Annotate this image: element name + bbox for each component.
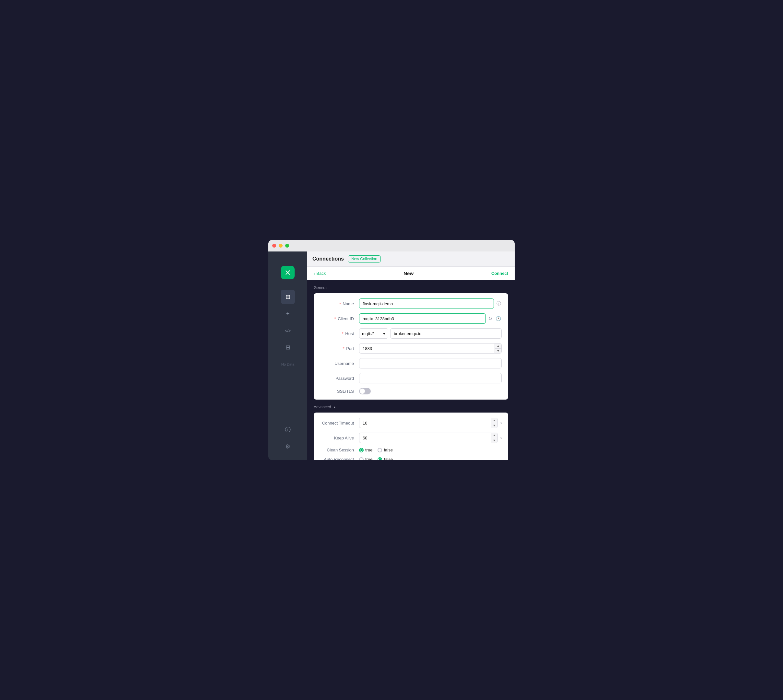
password-row: Password (320, 373, 502, 383)
settings-icon: ⚙ (285, 443, 290, 450)
clean-session-radio-group: true false (359, 448, 393, 452)
general-card: * Name ⓘ * (314, 293, 508, 400)
form-header: ‹ Back New Connect (307, 267, 515, 280)
code-icon: </> (285, 328, 291, 333)
sidebar-nav: ⊞ + </> ⊟ No Data (281, 287, 295, 423)
keep-alive-spinner[interactable]: ▲ ▼ (491, 433, 498, 443)
data-icon: ⊟ (285, 344, 290, 351)
keep-alive-row: Keep Alive ▲ ▼ s (320, 433, 502, 443)
port-row: * Port ▲ ▼ (320, 343, 502, 353)
auto-reconnect-radio-group: true false (359, 457, 393, 460)
username-label: Username (320, 361, 359, 366)
username-row: Username (320, 358, 502, 368)
connections-title: Connections (312, 256, 344, 262)
clean-session-row: Clean Session true false (320, 448, 502, 452)
ssl-row: SSL/TLS (320, 388, 502, 394)
name-info-icon[interactable]: ⓘ (496, 300, 502, 307)
port-label: * Port (320, 346, 359, 351)
titlebar (268, 240, 515, 252)
clean-session-true-radio[interactable] (359, 448, 364, 452)
general-section-label: General (314, 285, 508, 290)
clean-session-true-option[interactable]: true (359, 448, 372, 452)
info-icon: ⓘ (285, 426, 291, 433)
client-id-refresh-icon[interactable]: ↻ (488, 315, 493, 322)
maximize-button[interactable] (285, 244, 289, 248)
sidebar: ⊞ + </> ⊟ No Data ⓘ (268, 252, 307, 460)
connections-header: Connections New Collection (307, 252, 515, 267)
auto-reconnect-true-option[interactable]: true (359, 457, 372, 460)
keep-alive-unit: s (500, 435, 502, 440)
protocol-chevron-icon: ▾ (383, 331, 385, 336)
advanced-card: Connect Timeout ▲ ▼ s (314, 413, 508, 460)
add-icon: + (286, 310, 290, 317)
port-input[interactable] (359, 343, 495, 353)
connect-timeout-unit: s (500, 421, 502, 425)
clean-session-label: Clean Session (320, 448, 359, 452)
keepalive-up-button[interactable]: ▲ (491, 433, 498, 438)
client-id-input[interactable] (359, 313, 486, 324)
form-body: General * Name ⓘ (307, 280, 515, 460)
host-row: * Host mqtt:// ▾ (320, 328, 502, 339)
minimize-button[interactable] (279, 244, 283, 248)
name-row: * Name ⓘ (320, 298, 502, 309)
logo-icon (284, 269, 292, 277)
sidebar-item-connections[interactable]: ⊞ (281, 290, 295, 304)
host-input[interactable] (390, 328, 502, 339)
back-button[interactable]: ‹ Back (314, 271, 326, 276)
sidebar-item-add[interactable]: + (281, 307, 295, 321)
host-label: * Host (320, 331, 359, 336)
new-collection-button[interactable]: New Collection (348, 255, 381, 262)
password-input[interactable] (359, 373, 502, 383)
client-id-row: * Client ID ↻ 🕐 (320, 313, 502, 324)
password-label: Password (320, 376, 359, 381)
keep-alive-input[interactable] (359, 433, 491, 443)
timeout-up-button[interactable]: ▲ (491, 418, 498, 423)
client-id-label: * Client ID (320, 316, 359, 321)
advanced-collapse-icon: ▲ (333, 405, 336, 409)
name-input[interactable] (359, 298, 494, 309)
sidebar-item-code[interactable]: </> (281, 323, 295, 338)
auto-reconnect-label: Auto Reconnect (320, 457, 359, 460)
close-button[interactable] (272, 244, 276, 248)
sidebar-item-info[interactable]: ⓘ (281, 423, 295, 437)
no-data-label: No Data (281, 362, 294, 366)
protocol-select[interactable]: mqtt:// ▾ (359, 328, 388, 339)
form-title: New (403, 271, 413, 276)
auto-reconnect-false-option[interactable]: false (378, 457, 393, 460)
clean-session-false-radio[interactable] (378, 448, 382, 452)
advanced-section-label: Advanced (314, 405, 331, 409)
timeout-down-button[interactable]: ▼ (491, 423, 498, 428)
connect-timeout-input[interactable] (359, 418, 491, 428)
auto-reconnect-true-radio[interactable] (359, 457, 364, 460)
keep-alive-label: Keep Alive (320, 435, 359, 440)
connections-icon: ⊞ (285, 293, 290, 300)
port-spinner[interactable]: ▲ ▼ (495, 343, 502, 353)
connect-timeout-label: Connect Timeout (320, 421, 359, 425)
connect-button[interactable]: Connect (491, 271, 508, 276)
ssl-label: SSL/TLS (320, 389, 359, 394)
app-logo (281, 266, 295, 279)
name-label: * Name (320, 302, 359, 306)
auto-reconnect-row: Auto Reconnect true false (320, 457, 502, 460)
keepalive-down-button[interactable]: ▼ (491, 438, 498, 443)
back-chevron-icon: ‹ (314, 271, 315, 276)
username-input[interactable] (359, 358, 502, 368)
client-id-history-icon[interactable]: 🕐 (495, 315, 502, 322)
ssl-toggle[interactable] (359, 388, 371, 394)
port-down-button[interactable]: ▼ (495, 349, 501, 353)
auto-reconnect-false-radio[interactable] (378, 457, 382, 460)
advanced-section-header[interactable]: Advanced ▲ (314, 405, 508, 409)
clean-session-false-option[interactable]: false (378, 448, 393, 452)
port-up-button[interactable]: ▲ (495, 343, 501, 349)
sidebar-item-data[interactable]: ⊟ (281, 340, 295, 355)
connect-timeout-spinner[interactable]: ▲ ▼ (491, 418, 498, 428)
sidebar-item-settings[interactable]: ⚙ (281, 440, 295, 454)
sidebar-bottom: ⓘ ⚙ (281, 423, 295, 460)
connect-timeout-row: Connect Timeout ▲ ▼ s (320, 418, 502, 428)
